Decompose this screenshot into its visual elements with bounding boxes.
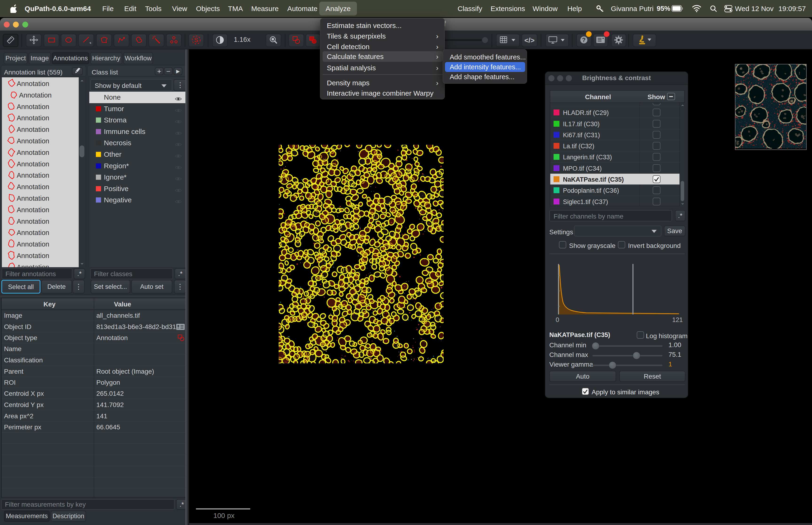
svg-text:?: ? [582,37,585,43]
svg-text:S: S [194,36,198,44]
